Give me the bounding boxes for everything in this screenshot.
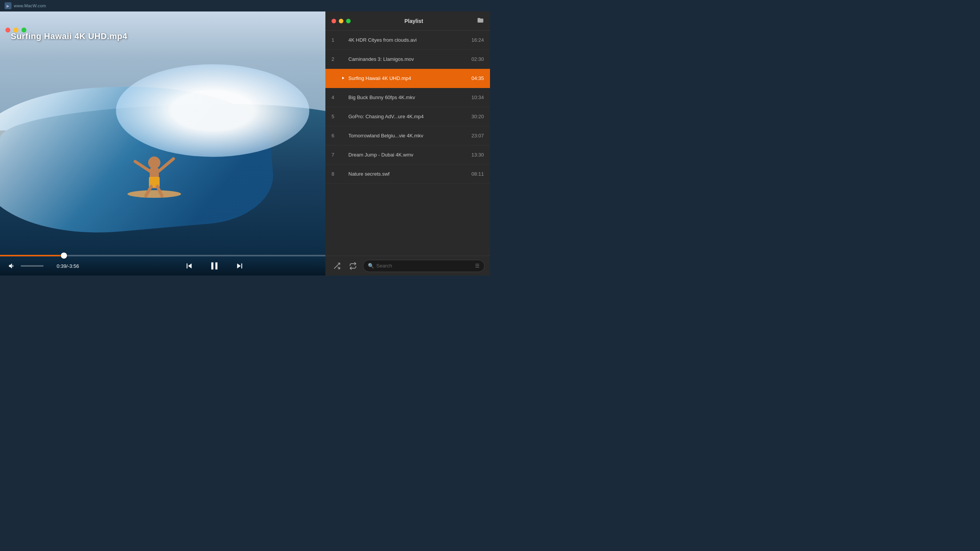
- time-display: 0:39/-3:56: [57, 263, 79, 269]
- repeat-button[interactable]: [347, 260, 359, 272]
- item-duration: 13:30: [471, 152, 484, 158]
- playlist-item[interactable]: 7Dream Jump - Dubai 4K.wmv13:30: [325, 145, 490, 165]
- svg-point-3: [148, 156, 160, 169]
- volume-button[interactable]: [6, 260, 18, 272]
- playlist-item[interactable]: 8Nature secrets.swf08:11: [325, 165, 490, 184]
- website-url: www.MacW.com: [14, 3, 46, 8]
- playback-controls: [79, 258, 350, 274]
- item-duration: 30:20: [471, 114, 484, 119]
- scene-surfer: [124, 110, 185, 202]
- volume-area: [6, 260, 52, 272]
- item-play-icon: [341, 76, 348, 81]
- svg-line-4: [135, 161, 150, 171]
- playlist-header: Playlist: [325, 11, 490, 31]
- item-name: Dream Jump - Dubai 4K.wmv: [348, 152, 468, 158]
- item-name: Nature secrets.swf: [348, 171, 468, 177]
- top-bar: ▶ www.MacW.com: [0, 0, 490, 11]
- logo-area: ▶ www.MacW.com: [5, 2, 46, 9]
- item-name: Surfing Hawaii 4K UHD.mp4: [348, 75, 468, 81]
- svg-line-5: [159, 159, 173, 171]
- app-logo-icon: ▶: [5, 2, 11, 9]
- search-box[interactable]: 🔍 ☰: [363, 260, 485, 272]
- item-number: 5: [332, 114, 341, 119]
- item-duration: 10:34: [471, 95, 484, 100]
- search-input[interactable]: [376, 263, 473, 269]
- playlist-panel: Playlist 14K HDR Cityes from clouds.avi1…: [325, 11, 490, 276]
- shuffle-button[interactable]: [331, 260, 343, 272]
- item-number: 6: [332, 133, 341, 139]
- playlist-close-button[interactable]: [332, 19, 336, 23]
- item-duration: 16:24: [471, 37, 484, 43]
- playlist-item[interactable]: Surfing Hawaii 4K UHD.mp404:35: [325, 69, 490, 88]
- item-number: 1: [332, 37, 341, 43]
- item-duration: 08:11: [471, 171, 484, 177]
- prev-button[interactable]: [183, 259, 196, 272]
- playlist-items-list: 14K HDR Cityes from clouds.avi16:242Cami…: [325, 31, 490, 256]
- search-icon: 🔍: [368, 263, 374, 269]
- playlist-item[interactable]: 2Caminandes 3: Llamigos.mov02:30: [325, 50, 490, 69]
- playlist-item[interactable]: 5GoPro: Chasing AdV...ure 4K.mp430:20: [325, 107, 490, 126]
- playlist-window-controls: [332, 19, 351, 23]
- playlist-item[interactable]: 14K HDR Cityes from clouds.avi16:24: [325, 31, 490, 50]
- item-number: 7: [332, 152, 341, 158]
- item-duration: 02:30: [471, 56, 484, 62]
- item-name: 4K HDR Cityes from clouds.avi: [348, 37, 468, 43]
- item-name: Big Buck Bunny 60fps 4K.mkv: [348, 95, 468, 100]
- search-end-icon: ☰: [475, 263, 480, 269]
- item-number: 4: [332, 95, 341, 100]
- playlist-minimize-button[interactable]: [339, 19, 343, 23]
- playlist-title: Playlist: [351, 18, 477, 24]
- playlist-footer: 🔍 ☰: [325, 256, 490, 276]
- item-name: Caminandes 3: Llamigos.mov: [348, 56, 468, 62]
- folder-icon-button[interactable]: [477, 17, 484, 25]
- item-number: 2: [332, 56, 341, 62]
- playlist-maximize-button[interactable]: [346, 19, 351, 23]
- volume-bar[interactable]: [21, 265, 44, 267]
- svg-point-0: [127, 190, 181, 198]
- video-title: Surfing Hawaii 4K UHD.mp4: [11, 31, 127, 41]
- playlist-item[interactable]: 6Tomorrowland Belgiu...vie 4K.mkv23:07: [325, 126, 490, 145]
- playlist-item[interactable]: 4Big Buck Bunny 60fps 4K.mkv10:34: [325, 88, 490, 107]
- item-name: Tomorrowland Belgiu...vie 4K.mkv: [348, 133, 468, 139]
- item-duration: 04:35: [471, 75, 484, 81]
- item-name: GoPro: Chasing AdV...ure 4K.mp4: [348, 114, 468, 119]
- next-button[interactable]: [233, 259, 246, 272]
- window-close-button[interactable]: [5, 28, 10, 33]
- item-duration: 23:07: [471, 133, 484, 139]
- item-number: 8: [332, 171, 341, 177]
- pause-button[interactable]: [206, 258, 222, 274]
